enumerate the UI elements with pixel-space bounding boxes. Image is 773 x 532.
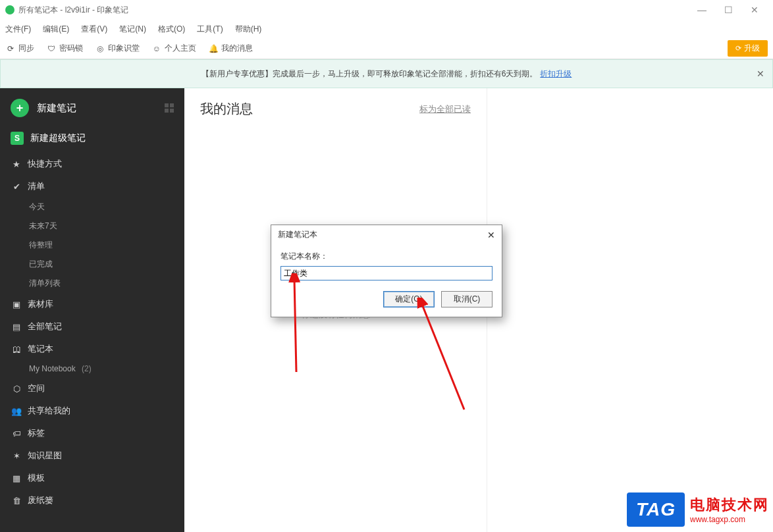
mark-all-read-link[interactable]: 标为全部已读: [419, 103, 471, 115]
sidebar-item-trash[interactable]: 🗑 废纸篓: [0, 489, 184, 512]
grid-icon[interactable]: [165, 103, 174, 113]
sidebar: + 新建笔记 S 新建超级笔记 ★ 快捷方式 ✔ 清单 今天 未来7天 待整理 …: [0, 88, 184, 532]
notebook-icon: 🕮: [11, 344, 22, 354]
atom-icon: ✶: [11, 451, 22, 461]
sidebar-item-templates[interactable]: ▦ 模板: [0, 467, 184, 489]
sidebar-item-notebooks[interactable]: 🕮 笔记本: [0, 338, 184, 360]
sidebar-item-shared[interactable]: 👥 共享给我的: [0, 400, 184, 422]
super-note-icon: S: [11, 132, 24, 145]
check-circle-icon: ✔: [11, 182, 22, 192]
messages-button[interactable]: 🔔 我的消息: [208, 43, 253, 54]
menu-edit[interactable]: 编辑(E): [43, 24, 69, 35]
watermark-line2: www.tagxp.com: [690, 515, 769, 524]
sidebar-sub-list[interactable]: 清单列表: [0, 274, 184, 293]
sync-button[interactable]: ⟳ 同步: [5, 43, 34, 54]
shield-icon: 🛡: [46, 43, 57, 54]
template-icon: ▦: [11, 473, 22, 483]
sidebar-item-allnotes[interactable]: ▤ 全部笔记: [0, 315, 184, 338]
sidebar-sub-done[interactable]: 已完成: [0, 255, 184, 274]
close-button[interactable]: ✕: [741, 5, 768, 15]
watermark: TAG 电脑技术网 www.tagxp.com: [627, 492, 769, 527]
dialog-title: 新建笔记本: [278, 229, 317, 240]
minimize-button[interactable]: —: [689, 5, 715, 15]
sidebar-sub-today[interactable]: 今天: [0, 198, 184, 217]
new-super-note-button[interactable]: S 新建超级笔记: [0, 124, 184, 153]
maximize-button[interactable]: ☐: [715, 5, 741, 15]
menu-format[interactable]: 格式(O): [158, 24, 185, 35]
sidebar-sub-week[interactable]: 未来7天: [0, 217, 184, 236]
toolbar: ⟳ 同步 🛡 密码锁 ◎ 印象识堂 ☺ 个人主页 🔔 我的消息 升级: [0, 38, 773, 59]
upgrade-button[interactable]: 升级: [728, 40, 768, 57]
sidebar-item-knowledge[interactable]: ✶ 知识星图: [0, 444, 184, 467]
user-icon: ☺: [151, 43, 162, 54]
sidebar-item-tags[interactable]: 🏷 标签: [0, 422, 184, 444]
profile-button[interactable]: ☺ 个人主页: [151, 43, 196, 54]
annotation-arrow-right: [412, 298, 471, 416]
watermark-tag: TAG: [627, 492, 685, 527]
star-icon: ★: [11, 159, 22, 169]
menubar: 文件(F) 编辑(E) 查看(V) 笔记(N) 格式(O) 工具(T) 帮助(H…: [0, 20, 773, 38]
cube-icon: ⬡: [11, 384, 22, 394]
sidebar-item-space[interactable]: ⬡ 空间: [0, 377, 184, 400]
sync-icon: ⟳: [5, 43, 16, 54]
annotation-arrow-left: [277, 273, 316, 379]
box-icon: ▣: [11, 300, 22, 309]
bell-icon: 🔔: [208, 43, 219, 54]
menu-view[interactable]: 查看(V): [81, 24, 107, 35]
sidebar-item-shortcuts[interactable]: ★ 快捷方式: [0, 153, 184, 175]
menu-tools[interactable]: 工具(T): [197, 24, 223, 35]
promo-banner: 【新用户专享优惠】完成最后一步，马上升级，即可释放印象笔记全部潜能，折扣还有6天…: [0, 59, 773, 88]
detail-panel: [487, 88, 773, 532]
sidebar-item-material[interactable]: ▣ 素材库: [0, 293, 184, 315]
promo-close-icon[interactable]: ✕: [757, 68, 764, 79]
dialog-close-icon[interactable]: ✕: [487, 230, 495, 240]
lock-button[interactable]: 🛡 密码锁: [46, 43, 83, 54]
menu-file[interactable]: 文件(F): [5, 24, 31, 35]
sidebar-sub-mynotebook[interactable]: My Notebook (2): [0, 360, 184, 377]
promo-text: 【新用户专享优惠】完成最后一步，马上升级，即可释放印象笔记全部潜能，折扣还有6天…: [201, 68, 538, 80]
svg-line-1: [421, 303, 464, 410]
notebook-name-label: 笔记本名称：: [280, 251, 493, 262]
app-icon: [5, 5, 14, 14]
people-icon: 👥: [11, 406, 22, 416]
menu-note[interactable]: 笔记(N): [119, 24, 146, 35]
plus-icon: +: [11, 99, 29, 117]
new-note-button[interactable]: + 新建笔记: [0, 92, 184, 124]
sidebar-sub-pending[interactable]: 待整理: [0, 236, 184, 255]
tag-icon: 🏷: [11, 429, 22, 439]
trash-icon: 🗑: [11, 496, 22, 506]
menu-help[interactable]: 帮助(H): [235, 24, 262, 35]
sidebar-item-checklist[interactable]: ✔ 清单: [0, 175, 184, 198]
window-titlebar: 所有笔记本 - l2v9i1ir - 印象笔记 — ☐ ✕: [0, 0, 773, 20]
messages-title: 我的消息: [200, 100, 253, 118]
window-title: 所有笔记本 - l2v9i1ir - 印象笔记: [18, 5, 128, 16]
svg-line-0: [294, 279, 296, 372]
promo-link[interactable]: 折扣升级: [540, 68, 572, 80]
target-icon: ◎: [95, 43, 105, 54]
classroom-button[interactable]: ◎ 印象识堂: [95, 43, 140, 54]
note-icon: ▤: [11, 322, 22, 332]
watermark-line1: 电脑技术网: [690, 495, 769, 515]
